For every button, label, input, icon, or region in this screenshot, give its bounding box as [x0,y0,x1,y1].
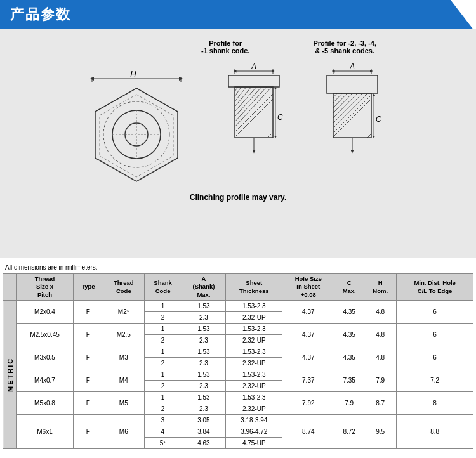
cell-thread-code: M5 [103,392,144,415]
svg-marker-4 [95,88,178,181]
cell-sheet-thickness: 2.32-UP [226,335,282,346]
cell-sheet-thickness: 1.53-2.3 [226,324,282,335]
svg-line-45 [333,99,371,137]
diagram-labels: Profile for -1 shank code. Profile for -… [100,39,376,55]
cell-c-max: 7.35 [334,369,364,392]
svg-text:A: A [251,62,256,71]
svg-text:A: A [349,62,355,71]
svg-line-43 [333,93,367,128]
cell-h-nom: 7.9 [364,369,397,392]
cell-a-max: 1.53 [182,346,226,358]
cell-edge: 8.8 [397,415,473,449]
cell-shank-code: 1 [144,346,182,358]
cell-c-max: 4.35 [334,324,364,346]
cell-sheet-thickness: 2.32-UP [226,312,282,324]
cell-shank-code: 3 [144,415,182,426]
cell-type: F [73,324,103,346]
cell-c-max: 4.35 [334,346,364,369]
cell-thread-size: M6x1 [17,415,73,449]
cell-hole-size: 4.37 [282,301,334,324]
table-section: All dimensions are in millimeters. Threa… [0,258,476,454]
cell-thread-code: M6 [103,415,144,449]
cell-thread-size: M5x0.8 [17,392,73,415]
table-row: M5x0.8FM511.531.53-2.37.927.98.78 [3,392,473,403]
page-title: 产品参数 [10,5,71,24]
hex-view-diagram: H [79,60,194,186]
svg-text:H: H [130,69,136,79]
label-profile1: Profile for -1 shank code. [201,39,249,55]
col-header-thread-size: ThreadSize xPitch [17,274,73,301]
parameters-table: ThreadSize xPitch Type ThreadCode ShankC… [3,273,473,449]
svg-line-27 [268,133,273,137]
col-header-edge: Min. Dist. HoleC/L To Edge [397,274,473,301]
svg-line-46 [367,134,371,138]
cell-edge: 6 [397,324,473,346]
col-header-metric [3,274,17,301]
svg-line-24 [235,87,272,127]
cell-shank-code: 5ˢ [144,438,182,449]
cell-hole-size: 8.74 [282,415,334,449]
cell-a-max: 2.3 [182,335,226,346]
col-header-shank-code: ShankCode [144,274,182,301]
cell-hole-size: 4.37 [282,346,334,369]
svg-rect-15 [228,75,279,87]
svg-text:C: C [376,115,381,124]
profile-1-diagram: A [213,60,295,186]
cell-sheet-thickness: 1.53-2.3 [226,346,282,358]
cell-a-max: 2.3 [182,312,226,324]
cell-shank-code: 2 [144,312,182,324]
clinching-note: Clinching profile may vary. [190,193,286,202]
cell-thread-code: M4 [103,369,144,392]
cell-edge: 8 [397,392,473,415]
cell-type: F [73,369,103,392]
cell-a-max: 1.53 [182,301,226,312]
cell-sheet-thickness: 4.75-UP [226,438,282,449]
cell-c-max: 7.9 [334,392,364,415]
cell-sheet-thickness: 3.18-3.94 [226,415,282,426]
cell-edge: 6 [397,301,473,324]
table-row: M4x0.7FM411.531.53-2.37.377.357.97.2 [3,369,473,381]
cell-type: F [73,301,103,324]
cell-shank-code: 1 [144,301,182,312]
page-header: 产品参数 [0,0,476,29]
cell-a-max: 2.3 [182,358,226,369]
table-row: METRICM2x0.4FM2ˢ11.531.53-2.34.374.354.8… [3,301,473,312]
cell-thread-size: M3x0.5 [17,346,73,369]
metric-label: METRIC [3,301,17,449]
cell-shank-code: 2 [144,358,182,369]
cell-h-nom: 4.8 [364,346,397,369]
cell-type: F [73,392,103,415]
cell-a-max: 1.53 [182,392,226,403]
cell-hole-size: 4.37 [282,324,334,346]
svg-line-41 [333,93,357,118]
col-header-sheet: SheetThickness [226,274,282,301]
cell-thread-size: M2.5x0.45 [17,324,73,346]
table-row: M6x1FM633.053.18-3.948.748.729.58.8 [3,415,473,426]
cell-thread-size: M2x0.4 [17,301,73,324]
cell-hole-size: 7.37 [282,369,334,392]
svg-line-38 [333,93,342,103]
col-header-h: HNom. [364,274,397,301]
col-header-c: CMax. [334,274,364,301]
cell-h-nom: 9.5 [364,415,397,449]
cell-sheet-thickness: 1.53-2.3 [226,369,282,381]
cell-sheet-thickness: 1.53-2.3 [226,301,282,312]
col-header-hole: Hole SizeIn Sheet+0.08 [282,274,334,301]
cell-a-max: 3.84 [182,426,226,438]
svg-line-37 [333,93,337,98]
cell-thread-code: M2.5 [103,324,144,346]
table-row: M2.5x0.45FM2.511.531.53-2.34.374.354.86 [3,324,473,335]
label-profile2: Profile for -2, -3, -4, & -5 shank codes… [313,39,376,55]
cell-a-max: 3.05 [182,415,226,426]
cell-a-max: 1.53 [182,369,226,381]
cell-shank-code: 4 [144,426,182,438]
dimensions-note: All dimensions are in millimeters. [3,264,473,271]
cell-shank-code: 1 [144,369,182,381]
cell-a-max: 1.53 [182,324,226,335]
cell-shank-code: 1 [144,392,182,403]
cell-thread-code: M3 [103,346,144,369]
cell-edge: 7.2 [397,369,473,392]
col-header-type: Type [73,274,103,301]
cell-thread-code: M2ˢ [103,301,144,324]
cell-c-max: 8.72 [334,415,364,449]
